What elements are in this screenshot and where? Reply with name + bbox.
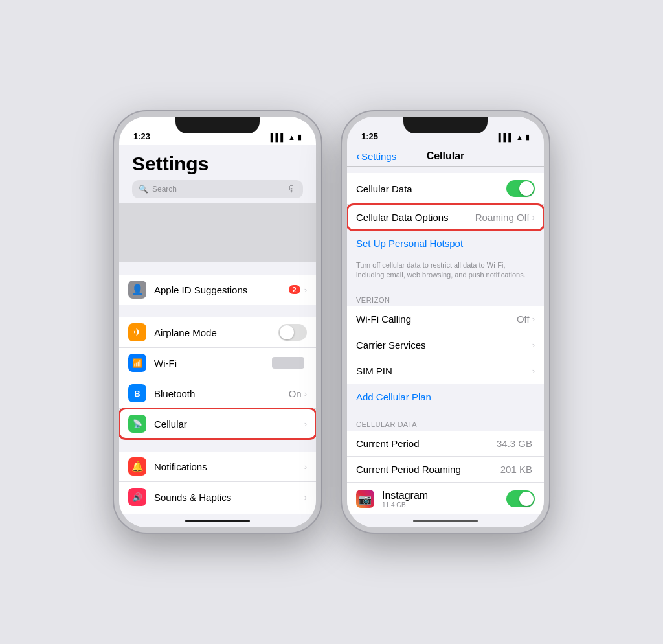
- settings-screen: Settings 🔍 Search 🎙 👤 Apple ID Suggestio…: [119, 145, 316, 514]
- cell-value-roaming: 201 KB: [500, 464, 532, 475]
- list-item-sounds[interactable]: 🔊 Sounds & Haptics ›: [119, 482, 316, 512]
- list-item-cellular[interactable]: 📡 Cellular ›: [119, 409, 316, 439]
- cell-item-sim-pin[interactable]: SIM PIN ›: [347, 358, 544, 384]
- cell-item-wifi-calling[interactable]: Wi-Fi Calling Off ›: [347, 306, 544, 332]
- cell-value-options: Roaming Off: [475, 212, 530, 223]
- cellular-data-toggle[interactable]: [506, 180, 535, 197]
- gap-2: [119, 439, 316, 452]
- add-plan-section: Add Cellular Plan: [347, 384, 544, 410]
- wifi-setting-icon: 📶: [128, 354, 146, 372]
- cell-label-roaming: Current Period Roaming: [356, 464, 500, 475]
- cell-list: Cellular Data Cellular Data Options Roam…: [347, 167, 544, 514]
- cell-item-instagram[interactable]: 📷 Instagram 11.4 GB: [347, 483, 544, 514]
- status-icons-1: ▌▌▌ ▲ ▮: [271, 133, 302, 141]
- status-icons-2: ▌▌▌ ▲ ▮: [499, 133, 530, 141]
- cell-label-wifi-calling: Wi-Fi Calling: [356, 314, 517, 325]
- chevron-carrier: ›: [532, 340, 535, 350]
- item-label-sounds: Sounds & Haptics: [154, 492, 304, 503]
- item-label-notifications: Notifications: [154, 461, 304, 472]
- verizon-gap: [347, 286, 544, 292]
- search-icon: 🔍: [139, 185, 148, 194]
- top-gap: [347, 167, 544, 173]
- cellular-icon: 📡: [128, 415, 146, 433]
- instagram-sublabel: 11.4 GB: [382, 501, 506, 509]
- cell-item-data[interactable]: Cellular Data: [347, 173, 544, 205]
- list-item-notifications[interactable]: 🔔 Notifications ›: [119, 452, 316, 482]
- notch-2: [403, 117, 488, 133]
- settings-title: Settings: [132, 153, 303, 175]
- phone-2: 1:25 ▌▌▌ ▲ ▮ ‹ Settings Cellular Cellula…: [342, 111, 549, 533]
- cell-item-carrier[interactable]: Carrier Services ›: [347, 332, 544, 358]
- wifi-icon: ▲: [288, 133, 295, 141]
- search-bar[interactable]: 🔍 Search 🎙: [132, 180, 303, 198]
- apple-id-icon: 👤: [128, 281, 146, 299]
- nav-back-label: Settings: [361, 151, 396, 162]
- phone-1: 1:23 ▌▌▌ ▲ ▮ Settings 🔍 Search 🎙 👤: [114, 111, 321, 533]
- section-network: ✈ Airplane Mode 📶 Wi-Fi B Bluetooth On ›: [119, 317, 316, 439]
- section-cellular-data: Cellular Data Cellular Data Options Roam…: [347, 173, 544, 230]
- item-label-wifi: Wi-Fi: [154, 358, 272, 369]
- gap-0: [119, 262, 316, 275]
- cellular-description: Turn off cellular data to restrict all d…: [347, 257, 544, 286]
- notifications-icon: 🔔: [128, 457, 146, 476]
- list-item-apple-id[interactable]: 👤 Apple ID Suggestions 2 ›: [119, 275, 316, 305]
- airplane-toggle[interactable]: [278, 324, 307, 341]
- item-label-apple-id: Apple ID Suggestions: [154, 284, 289, 295]
- profile-placeholder: [119, 203, 316, 262]
- badge-apple-id: 2: [289, 285, 300, 294]
- cellular-screen: Cellular Data Cellular Data Options Roam…: [347, 167, 544, 514]
- home-indicator-2: [347, 514, 544, 527]
- notch-1: [175, 117, 260, 133]
- cell-label-current-period: Current Period: [356, 438, 497, 449]
- time-1: 1:23: [133, 132, 150, 141]
- list-item-bluetooth[interactable]: B Bluetooth On ›: [119, 378, 316, 409]
- item-label-bluetooth: Bluetooth: [154, 388, 289, 399]
- home-bar-2: [413, 520, 478, 522]
- list-item-airplane[interactable]: ✈ Airplane Mode: [119, 317, 316, 348]
- cell-label-data: Cellular Data: [356, 183, 506, 194]
- chevron-apple-id: ›: [304, 285, 307, 295]
- cell-value-wifi-calling: Off: [517, 314, 530, 325]
- battery-icon: ▮: [298, 133, 302, 141]
- time-2: 1:25: [361, 132, 378, 141]
- list-item-dnd[interactable]: 🌙 Do Not Disturb ›: [119, 512, 316, 514]
- signal-icon: ▌▌▌: [271, 133, 286, 141]
- item-label-cellular: Cellular: [154, 419, 304, 430]
- battery-icon-2: ▮: [526, 133, 530, 141]
- chevron-wifi-calling: ›: [532, 314, 535, 324]
- cell-label-options: Cellular Data Options: [356, 212, 475, 223]
- add-plan-link[interactable]: Add Cellular Plan: [347, 384, 544, 410]
- list-item-wifi[interactable]: 📶 Wi-Fi: [119, 348, 316, 378]
- cell-label-sim-pin: SIM PIN: [356, 365, 532, 376]
- cell-item-current-period: Current Period 34.3 GB: [347, 431, 544, 457]
- settings-list: 👤 Apple ID Suggestions 2 › ✈ Airplane Mo…: [119, 262, 316, 514]
- instagram-toggle[interactable]: [506, 490, 535, 507]
- chevron-sounds: ›: [304, 492, 307, 502]
- instagram-label: Instagram: [382, 490, 506, 501]
- verizon-header: VERIZON: [347, 292, 544, 306]
- section-notifications: 🔔 Notifications › 🔊 Sounds & Haptics › 🌙…: [119, 452, 316, 514]
- mic-icon: 🎙: [287, 184, 297, 194]
- chevron-bluetooth: ›: [304, 389, 307, 398]
- cell-data-header: CELLULAR DATA: [347, 417, 544, 431]
- airplane-icon: ✈: [128, 323, 146, 341]
- cell-item-roaming: Current Period Roaming 201 KB: [347, 457, 544, 483]
- gap-1: [119, 305, 316, 317]
- home-bar-1: [185, 520, 250, 522]
- cell-label-carrier: Carrier Services: [356, 339, 532, 351]
- item-value-bluetooth: On: [289, 388, 302, 399]
- settings-header: Settings 🔍 Search 🎙: [119, 145, 316, 203]
- nav-back-button[interactable]: ‹ Settings: [356, 150, 396, 163]
- chevron-options: ›: [532, 213, 535, 222]
- section-verizon: Wi-Fi Calling Off › Carrier Services › S…: [347, 306, 544, 384]
- chevron-notifications: ›: [304, 462, 307, 472]
- chevron-cellular: ›: [304, 419, 307, 429]
- sounds-icon: 🔊: [128, 488, 146, 506]
- hotspot-link[interactable]: Set Up Personal Hotspot: [347, 230, 544, 257]
- cell-item-options[interactable]: Cellular Data Options Roaming Off ›: [347, 205, 544, 230]
- section-cell-data: Current Period 34.3 GB Current Period Ro…: [347, 431, 544, 514]
- nav-title: Cellular: [427, 150, 465, 162]
- item-label-airplane: Airplane Mode: [154, 327, 278, 338]
- instagram-label-stack: Instagram 11.4 GB: [382, 490, 506, 509]
- back-chevron-icon: ‹: [356, 150, 360, 163]
